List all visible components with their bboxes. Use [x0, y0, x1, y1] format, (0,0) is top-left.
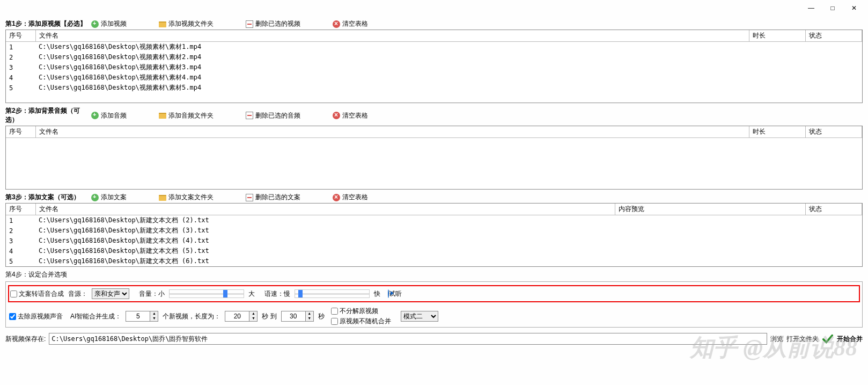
- step3-section: 第3步：添加文案（可选） 添加文案 添加文案文件夹 删除已选的文案 清空表格 序…: [5, 192, 863, 267]
- folder-icon: [159, 21, 166, 27]
- delete-selected-text-button[interactable]: 删除已选的文案: [246, 193, 300, 202]
- add-video-button[interactable]: 添加视频: [91, 19, 127, 28]
- mode-select[interactable]: 模式二: [401, 311, 438, 322]
- check-icon: [822, 333, 834, 345]
- folder-icon: [159, 113, 166, 119]
- step1-section: 第1步：添加原视频【必选】 添加视频 添加视频文件夹 删除已选的视频 清空表格 …: [5, 18, 863, 103]
- table-row[interactable]: 4C:\Users\gq168168\Desktop\视频素材\素材4.mp4: [6, 72, 862, 83]
- table-row[interactable]: 5C:\Users\gq168168\Desktop\新建文本文档 (6).tx…: [6, 256, 862, 266]
- clear-icon: [333, 112, 340, 119]
- count-spinner[interactable]: ▲▼: [150, 311, 158, 322]
- delete-selected-audio-button[interactable]: 删除已选的音频: [246, 111, 300, 120]
- mid-label: 秒 到: [262, 312, 276, 321]
- tts-options-highlight: 文案转语音合成 音源： 亲和女声 音量：小 大 语速：慢 快 试听: [8, 285, 860, 302]
- voice-select[interactable]: 亲和女声: [92, 288, 129, 299]
- window-titlebar: — □ ✕: [0, 0, 868, 16]
- col-preview[interactable]: 内容预览: [615, 204, 806, 215]
- length-to-input[interactable]: [281, 311, 306, 322]
- clear-video-table-button[interactable]: 清空表格: [333, 19, 368, 28]
- col-seq[interactable]: 序号: [6, 204, 35, 215]
- col-duration[interactable]: 时长: [749, 126, 806, 138]
- clear-icon: [333, 194, 340, 201]
- add-text-button[interactable]: 添加文案: [91, 193, 127, 202]
- volume-max-label: 大: [248, 289, 255, 299]
- from-spinner[interactable]: ▲▼: [249, 311, 258, 322]
- source-label: 音源：: [68, 289, 87, 299]
- no-random-checkbox[interactable]: 原视频不随机合并: [331, 317, 391, 326]
- add-icon: [91, 20, 99, 28]
- volume-slider[interactable]: [169, 289, 244, 298]
- add-audio-folder-button[interactable]: 添加音频文件夹: [159, 111, 214, 120]
- col-status[interactable]: 状态: [806, 204, 862, 215]
- table-row[interactable]: 3C:\Users\gq168168\Desktop\新建文本文档 (4).tx…: [6, 236, 862, 246]
- volume-label: 音量：小: [139, 289, 165, 299]
- sec-label: 秒: [318, 312, 325, 321]
- tts-checkbox[interactable]: 文案转语音合成: [10, 289, 64, 299]
- table-row[interactable]: 3C:\Users\gq168168\Desktop\视频素材\素材3.mp4: [6, 62, 862, 72]
- minimize-button[interactable]: —: [800, 1, 822, 16]
- start-merge-button[interactable]: 开始合并: [837, 335, 863, 344]
- save-row: 新视频保存在: 浏览 打开文件夹 开始合并: [5, 333, 863, 345]
- table-row[interactable]: 2C:\Users\gq168168\Desktop\新建文本文档 (3).tx…: [6, 226, 862, 236]
- open-folder-button[interactable]: 打开文件夹: [786, 335, 819, 344]
- preview-button[interactable]: 试听: [388, 289, 402, 299]
- audio-grid[interactable]: 序号 文件名 时长 状态: [5, 126, 863, 190]
- step2-section: 第2步：添加背景音频（可选） 添加音频 添加音频文件夹 删除已选的音频 清空表格…: [5, 105, 863, 190]
- text-grid[interactable]: 序号 文件名 内容预览 状态 1C:\Users\gq168168\Deskto…: [5, 203, 863, 267]
- delete-icon: [246, 112, 253, 119]
- browse-button[interactable]: 浏览: [770, 335, 783, 344]
- add-video-folder-button[interactable]: 添加视频文件夹: [159, 19, 214, 28]
- col-file[interactable]: 文件名: [35, 126, 749, 138]
- table-row[interactable]: 5C:\Users\gq168168\Desktop\视频素材\素材5.mp4: [6, 83, 862, 93]
- clear-audio-table-button[interactable]: 清空表格: [333, 111, 368, 120]
- speed-slider[interactable]: [295, 289, 370, 298]
- video-grid[interactable]: 序号 文件名 时长 状态 1C:\Users\gq168168\Desktop\…: [5, 30, 863, 103]
- play-icon: [388, 289, 389, 298]
- speed-max-label: 快: [374, 289, 380, 299]
- delete-selected-video-button[interactable]: 删除已选的视频: [246, 19, 300, 28]
- col-seq[interactable]: 序号: [6, 30, 35, 42]
- step4-label: 第4步：设定合并选项: [5, 270, 863, 279]
- col-seq[interactable]: 序号: [6, 126, 35, 138]
- col-duration[interactable]: 时长: [749, 30, 806, 42]
- table-row[interactable]: 4C:\Users\gq168168\Desktop\新建文本文档 (5).tx…: [6, 246, 862, 256]
- table-row[interactable]: 2C:\Users\gq168168\Desktop\视频素材\素材2.mp4: [6, 52, 862, 62]
- col-file[interactable]: 文件名: [35, 204, 615, 215]
- maximize-button[interactable]: □: [822, 1, 843, 16]
- step2-label: 第2步：添加背景音频（可选）: [5, 106, 91, 125]
- close-button[interactable]: ✕: [843, 1, 865, 16]
- add-audio-button[interactable]: 添加音频: [91, 111, 127, 120]
- delete-icon: [246, 194, 253, 201]
- ai-gen-label: AI智能合并生成：: [70, 312, 121, 321]
- save-path-input[interactable]: [49, 333, 767, 345]
- step3-label: 第3步：添加文案（可选）: [5, 193, 91, 202]
- no-split-checkbox[interactable]: 不分解原视频: [331, 307, 391, 316]
- add-text-folder-button[interactable]: 添加文案文件夹: [159, 193, 214, 202]
- speed-label: 语速：慢: [264, 289, 290, 299]
- add-icon: [91, 194, 99, 201]
- table-row[interactable]: 1C:\Users\gq168168\Desktop\视频素材\素材1.mp4: [6, 42, 862, 53]
- remove-audio-checkbox[interactable]: 去除原视频声音: [9, 312, 63, 321]
- col-status[interactable]: 状态: [806, 30, 862, 42]
- video-count-input[interactable]: [126, 311, 150, 322]
- clear-icon: [333, 20, 340, 28]
- to-spinner[interactable]: ▲▼: [306, 311, 314, 322]
- clear-text-table-button[interactable]: 清空表格: [333, 193, 368, 202]
- count-suffix: 个新视频，长度为：: [163, 312, 220, 321]
- step1-label: 第1步：添加原视频【必选】: [5, 19, 91, 28]
- length-from-input[interactable]: [225, 311, 249, 322]
- col-file[interactable]: 文件名: [35, 30, 749, 42]
- add-icon: [91, 112, 99, 119]
- table-row[interactable]: 1C:\Users\gq168168\Desktop\新建文本文档 (2).tx…: [6, 215, 862, 226]
- delete-icon: [246, 20, 253, 28]
- step4-section: 第4步：设定合并选项 文案转语音合成 音源： 亲和女声 音量：小 大 语速：慢 …: [5, 270, 863, 328]
- save-label: 新视频保存在:: [5, 335, 46, 344]
- col-status[interactable]: 状态: [806, 126, 862, 138]
- folder-icon: [159, 195, 166, 201]
